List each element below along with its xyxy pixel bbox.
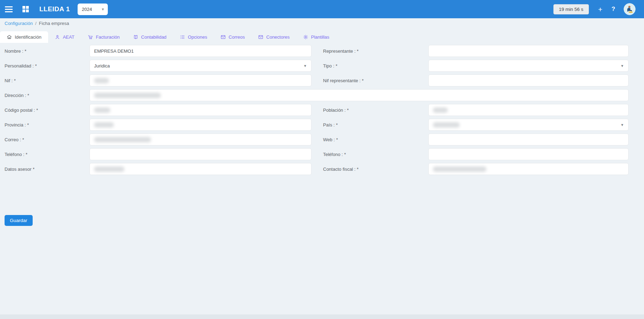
form-row: Dirección : * (0, 88, 644, 103)
form-row: Nif : *Nif representante : * (0, 73, 644, 88)
redacted-value (94, 78, 109, 83)
tab-label: Contabilidad (141, 34, 166, 40)
app-title: LLEIDA 1 (39, 5, 70, 13)
tab-opciones[interactable]: Opciones (173, 31, 214, 43)
field-label: Web : * (322, 137, 428, 142)
envelope-icon (258, 34, 263, 40)
field-label: Tipo : * (322, 63, 428, 69)
form-field-correo: Correo : * (0, 132, 322, 147)
redacted-value (94, 137, 151, 142)
tab-label: Correos (229, 34, 245, 40)
text-input[interactable] (428, 74, 629, 86)
field-label: País : * (322, 122, 428, 128)
field-label: Representante : * (322, 48, 428, 54)
save-button[interactable]: Guardar (5, 215, 33, 226)
apps-grid-icon[interactable] (22, 6, 29, 12)
envelope-icon (221, 34, 226, 40)
list-icon (180, 34, 185, 40)
tab-identificacion[interactable]: Identificación (0, 31, 48, 43)
redacted-value (94, 167, 124, 172)
breadcrumb-separator: / (35, 21, 37, 26)
chevron-down-icon: ▼ (101, 7, 105, 11)
form-field-datos-asesor: Datos asesor * (0, 162, 322, 176)
select-input[interactable]: Juridica (90, 60, 311, 72)
text-input[interactable] (90, 74, 311, 86)
text-input[interactable] (428, 163, 629, 175)
text-input[interactable] (428, 134, 629, 145)
book-icon (133, 34, 138, 40)
form-field-telefono: Teléfono : * (322, 147, 644, 162)
form-field-nif: Nif : * (0, 73, 322, 88)
form-row: Teléfono : *Teléfono : * (0, 147, 644, 162)
form-field-telefono: Teléfono : * (0, 147, 322, 162)
form-row: Correo : *Web : * (0, 132, 644, 147)
form-field-pais: País : *▼ (322, 117, 644, 132)
field-label: Provincia : * (0, 122, 90, 128)
text-input[interactable] (428, 104, 629, 116)
field-label: Nombre : * (0, 48, 90, 54)
tab-bar: IdentificaciónAEATFacturaciónContabilida… (0, 31, 644, 43)
tab-plantillas[interactable]: Plantillas (296, 31, 336, 43)
form-row: Código postal : *Población : * (0, 103, 644, 117)
text-input[interactable] (90, 89, 629, 101)
form-field-nombre: Nombre : *EMPRESA DEMO1 (0, 44, 322, 58)
breadcrumb: Configuración/Ficha empresa (0, 18, 644, 28)
field-value: EMPRESA DEMO1 (94, 48, 134, 54)
year-select-value: 2024 (82, 7, 92, 12)
field-label: Teléfono : * (322, 152, 428, 157)
person-icon (55, 34, 60, 40)
tab-contabilidad[interactable]: Contabilidad (126, 31, 173, 43)
breadcrumb-item-configuracion[interactable]: Configuración (5, 21, 33, 26)
text-input[interactable] (90, 119, 311, 131)
field-label: Nif representante : * (322, 78, 428, 83)
text-input[interactable] (428, 45, 629, 57)
form-field-personalidad: Personalidad : *Juridica▼ (0, 58, 322, 73)
avatar[interactable] (624, 3, 636, 15)
form-row: Personalidad : *Juridica▼Tipo : *▼ (0, 58, 644, 73)
redacted-value (94, 108, 110, 113)
form-row: Datos asesor *Contacto fiscal : * (0, 162, 644, 176)
redacted-value (94, 122, 114, 128)
select-input[interactable] (428, 119, 629, 131)
tab-facturacion[interactable]: Facturación (81, 31, 126, 43)
tab-aeat[interactable]: AEAT (48, 31, 81, 43)
bank-icon (7, 34, 12, 40)
form-field-contacto-fiscal: Contacto fiscal : * (322, 162, 644, 176)
field-label: Nif : * (0, 78, 90, 83)
text-input[interactable] (90, 163, 311, 175)
gear-icon (303, 34, 308, 40)
form-field-poblacion: Población : * (322, 103, 644, 117)
field-label: Correo : * (0, 137, 90, 142)
redacted-value (94, 93, 161, 98)
form-field-provincia: Provincia : * (0, 117, 322, 132)
cart-icon (88, 34, 93, 40)
text-input[interactable] (90, 134, 311, 145)
add-button[interactable]: + (598, 6, 602, 13)
breadcrumb-item-ficha-empresa: Ficha empresa (39, 21, 69, 26)
tab-label: AEAT (63, 34, 74, 40)
tab-label: Conectores (266, 34, 289, 40)
text-input[interactable]: EMPRESA DEMO1 (90, 45, 311, 57)
form-field-tipo: Tipo : *▼ (322, 58, 644, 73)
field-label: Contacto fiscal : * (322, 167, 428, 172)
menu-icon[interactable] (5, 5, 13, 14)
text-input[interactable] (90, 148, 311, 160)
bottom-edge (0, 314, 644, 319)
field-label: Personalidad : * (0, 63, 90, 69)
form-field-representante: Representante : * (322, 44, 644, 58)
text-input[interactable] (90, 104, 311, 116)
field-label: Dirección : * (0, 93, 90, 98)
redacted-value (433, 108, 448, 113)
field-label: Población : * (322, 108, 428, 113)
form-field-web: Web : * (322, 132, 644, 147)
tab-correos[interactable]: Correos (214, 31, 251, 43)
session-timer[interactable]: 19 min 56 s (553, 4, 589, 14)
form-field-direccion: Dirección : * (0, 88, 644, 103)
text-input[interactable] (428, 148, 629, 160)
form-field-nif-representante: Nif representante : * (322, 73, 644, 88)
tab-conectores[interactable]: Conectores (251, 31, 296, 43)
help-button[interactable]: ? (612, 6, 615, 13)
form-field-codigo-postal: Código postal : * (0, 103, 322, 117)
select-input[interactable] (428, 60, 629, 72)
year-select[interactable]: 2024 ▼ (78, 4, 108, 15)
